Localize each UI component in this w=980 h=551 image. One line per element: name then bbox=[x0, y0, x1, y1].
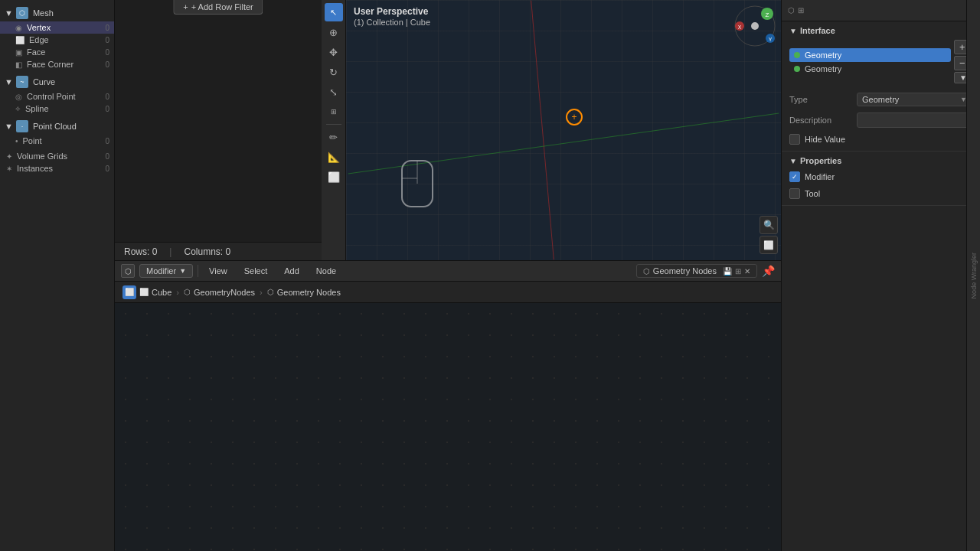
face-count: 0 bbox=[105, 48, 109, 57]
ortho-btn[interactable]: ⬜ bbox=[760, 236, 778, 254]
properties-header[interactable]: ▼ Properties bbox=[789, 156, 972, 165]
vertex-item[interactable]: ◉ Vertex 0 bbox=[0, 21, 114, 34]
add-icon: + bbox=[183, 2, 188, 11]
volume-grids-count: 0 bbox=[105, 152, 109, 161]
volume-grids-item[interactable]: ✦ Volume Grids 0 bbox=[0, 150, 114, 162]
spline-item[interactable]: ⟡ Spline 0 bbox=[0, 103, 114, 115]
properties-content: Modifier Tool bbox=[789, 170, 972, 201]
type-row: Type Geometry ▼ bbox=[789, 91, 972, 108]
instances-icon: ✶ bbox=[6, 165, 12, 173]
face-corner-item[interactable]: ◧ Face Corner 0 bbox=[0, 58, 114, 70]
node-editor-section: ⬡ Modifier ▼ View Select Add Node ⬡ Geom… bbox=[115, 260, 781, 551]
status-sep: | bbox=[169, 246, 172, 257]
point-cloud-section: ▼ · Point Cloud • Point 0 bbox=[0, 116, 114, 148]
node-wrangler-sidebar: Node Wrangler bbox=[966, 0, 980, 551]
select-btn[interactable]: Select bbox=[238, 265, 274, 277]
description-row: Description bbox=[789, 111, 972, 129]
instances-count: 0 bbox=[105, 165, 109, 173]
transform-tool[interactable]: ⊞ bbox=[325, 103, 343, 121]
breadcrumb: ⬜ Cube › ⬡ GeometryNodes › ⬡ Geometry No… bbox=[139, 288, 341, 297]
control-point-item[interactable]: ◎ Control Point 0 bbox=[0, 90, 114, 103]
breadcrumb-obj-icon: ⬜ bbox=[139, 288, 149, 296]
face-item[interactable]: ▣ Face 0 bbox=[0, 46, 114, 58]
instances-label: Instances bbox=[17, 164, 53, 173]
breadcrumb-geonodes2[interactable]: Geometry Nodes bbox=[277, 288, 341, 297]
curve-section: ▼ ~ Curve ◎ Control Point 0 ⟡ Spline 0 bbox=[0, 72, 114, 116]
spline-icon: ⟡ bbox=[15, 104, 21, 113]
breadcrumb-geo-icon: ⬡ bbox=[184, 288, 191, 296]
hide-value-checkbox[interactable] bbox=[789, 134, 800, 145]
point-cloud-expand-icon: ▼ bbox=[5, 122, 13, 131]
viewport-tools: ↖ ⊕ ✥ ↻ ⤡ ⊞ ✏ 📐 ⬜ bbox=[322, 0, 346, 260]
modifier-label: Modifier bbox=[146, 266, 176, 276]
interface-geometry-2[interactable]: Geometry bbox=[789, 62, 951, 76]
point-cloud-label: Point Cloud bbox=[33, 122, 77, 131]
interface-list: Geometry Geometry bbox=[789, 48, 951, 76]
measure-tool[interactable]: 📐 bbox=[325, 148, 343, 166]
tool-checkbox[interactable] bbox=[789, 188, 800, 199]
point-cloud-icon: · bbox=[16, 120, 28, 132]
select-tool[interactable]: ↖ bbox=[325, 3, 343, 21]
node-wrangler-label: Node Wrangler bbox=[970, 253, 978, 298]
properties-header-left: ▼ Properties bbox=[789, 156, 841, 165]
save-icon[interactable]: 💾 bbox=[723, 267, 732, 276]
zoom-in-btn[interactable]: 🔍 bbox=[760, 216, 778, 234]
vertex-count: 0 bbox=[105, 24, 109, 32]
node-canvas[interactable]: Group Input Geometry bbox=[115, 303, 781, 551]
spline-label: Spline bbox=[25, 104, 49, 113]
face-label: Face bbox=[27, 47, 45, 57]
instances-item[interactable]: ✶ Instances 0 bbox=[0, 162, 114, 174]
mesh-section-header[interactable]: ▼ ⬡ Mesh bbox=[0, 5, 114, 21]
move-tool[interactable]: ✥ bbox=[325, 43, 343, 61]
box-tool[interactable]: ⬜ bbox=[325, 168, 343, 186]
spreadsheet-content bbox=[115, 0, 322, 242]
breadcrumb-sep-2: › bbox=[260, 288, 263, 297]
type-label: Type bbox=[789, 95, 851, 104]
new-icon[interactable]: ⊞ bbox=[735, 267, 741, 276]
cursor-tool[interactable]: ⊕ bbox=[325, 23, 343, 41]
curve-section-header[interactable]: ▼ ~ Curve bbox=[0, 73, 114, 90]
vertex-label: Vertex bbox=[27, 23, 51, 32]
node-toolbar: ⬡ Modifier ▼ View Select Add Node ⬡ Geom… bbox=[115, 260, 781, 282]
volume-grids-label: Volume Grids bbox=[17, 152, 67, 161]
mode-icon[interactable]: ⬜ bbox=[122, 285, 136, 299]
point-item[interactable]: • Point 0 bbox=[0, 135, 114, 147]
hide-value-label: Hide Value bbox=[805, 135, 845, 144]
annotate-tool[interactable]: ✏ bbox=[325, 128, 343, 146]
scale-tool[interactable]: ⤡ bbox=[325, 83, 343, 101]
interface-content: Geometry Geometry + − ▼ bbox=[789, 40, 972, 146]
editor-type-btn[interactable]: ⬡ bbox=[121, 264, 135, 278]
geometry-dot bbox=[794, 52, 800, 58]
curve-label: Curve bbox=[33, 77, 55, 86]
add-row-filter-btn[interactable]: + + Add Row Filter bbox=[173, 0, 263, 15]
mesh-icon: ⬡ bbox=[16, 7, 28, 19]
interface-header[interactable]: ▼ Interface ⣿ bbox=[789, 26, 972, 35]
close-icon[interactable]: ✕ bbox=[744, 267, 750, 276]
interface-geometry-active[interactable]: Geometry bbox=[789, 48, 951, 62]
editor-title: Geometry Nodes bbox=[653, 266, 717, 276]
point-cloud-section-header[interactable]: ▼ · Point Cloud bbox=[0, 118, 114, 135]
rp-icon2[interactable]: ⊞ bbox=[798, 6, 804, 15]
modifier-checkbox[interactable] bbox=[789, 171, 800, 182]
viewport-panel: ↖ ⊕ ✥ ↻ ⤡ ⊞ ✏ 📐 ⬜ bbox=[322, 0, 781, 260]
type-dropdown[interactable]: Geometry ▼ bbox=[857, 93, 972, 106]
viewport-gizmo[interactable]: Z X Y bbox=[732, 3, 778, 49]
edge-item[interactable]: ⬜ Edge 0 bbox=[0, 34, 114, 46]
rotate-tool[interactable]: ↻ bbox=[325, 63, 343, 81]
interface-header-left: ▼ Interface bbox=[789, 26, 835, 35]
pin-icon[interactable]: 📌 bbox=[762, 265, 775, 277]
viewport-right-icons: Z X Y bbox=[732, 3, 778, 49]
rp-icon1[interactable]: ⬡ bbox=[788, 6, 795, 15]
breadcrumb-cube[interactable]: Cube bbox=[152, 288, 172, 297]
geometry-label-2: Geometry bbox=[805, 64, 946, 73]
add-filter-label: + Add Row Filter bbox=[191, 2, 253, 11]
add-btn[interactable]: Add bbox=[278, 265, 305, 277]
description-label: Description bbox=[789, 116, 851, 125]
modifier-checkbox-label: Modifier bbox=[805, 172, 835, 181]
view-btn[interactable]: View bbox=[203, 265, 234, 277]
description-input[interactable] bbox=[857, 112, 972, 128]
tool-row: Tool bbox=[789, 187, 972, 201]
modifier-btn[interactable]: Modifier ▼ bbox=[139, 264, 193, 278]
node-menu-btn[interactable]: Node bbox=[310, 265, 342, 277]
breadcrumb-geonodes[interactable]: GeometryNodes bbox=[194, 288, 255, 297]
